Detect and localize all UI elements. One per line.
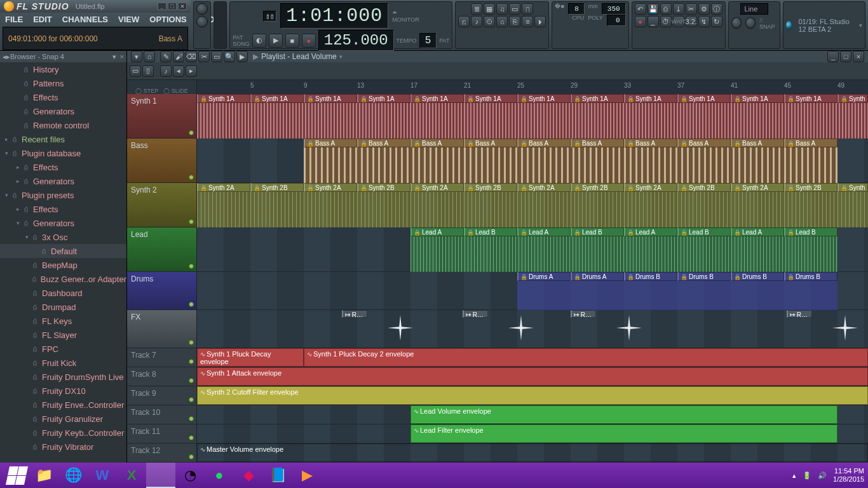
track-lane[interactable]: ∿Master Volume envelope: [197, 444, 868, 462]
rp-export[interactable]: ⤓: [673, 3, 684, 15]
track-header[interactable]: Synth 2: [127, 183, 197, 227]
track-mute-led[interactable]: [189, 264, 194, 269]
tray-up-icon[interactable]: ▴: [792, 471, 796, 480]
clip[interactable]: 🔒Synth 1A: [731, 94, 784, 103]
browser-item[interactable]: ▾⎙Plugin database: [0, 146, 126, 160]
fx-clip[interactable]: ↦ R…: [342, 310, 367, 318]
fx-clip[interactable]: ↦ R…: [787, 310, 812, 318]
clip[interactable]: 🔒Bass A: [731, 139, 784, 147]
track-header[interactable]: Track 12: [127, 444, 197, 462]
clip[interactable]: 🔒Synth 1A: [464, 94, 517, 103]
clip[interactable]: 🔒Synth 1A: [304, 94, 357, 103]
track-mute-led[interactable]: [189, 340, 194, 345]
automation-clip[interactable]: ∿Lead Filter envelope: [410, 424, 837, 443]
taskbar-word-icon[interactable]: W: [88, 463, 117, 488]
clip[interactable]: 🔒Lead B: [464, 227, 517, 236]
taskbar-chrome-icon[interactable]: 🌐: [58, 463, 88, 488]
rp-loop[interactable]: ↻: [711, 16, 722, 27]
track-header[interactable]: Track 7: [127, 348, 197, 367]
clip[interactable]: 🔒Synth 1A: [677, 94, 731, 103]
clip[interactable]: 🔒Drums A: [571, 272, 624, 281]
clip[interactable]: 🔒Synth 1A: [250, 94, 304, 103]
fx-clip[interactable]: ↦ R…: [571, 310, 596, 318]
clip[interactable]: 🔒Synth 1A: [571, 94, 624, 103]
view-pianoroll-button[interactable]: ♫: [496, 3, 508, 15]
stop-button[interactable]: ■: [285, 34, 299, 48]
clip[interactable]: 🔒Synth 1A: [624, 94, 677, 103]
menu-options[interactable]: OPTIONS: [144, 13, 192, 27]
master-pitch-knob[interactable]: [196, 16, 208, 27]
clip[interactable]: 🔒Drums B: [624, 272, 677, 281]
tool-erase-icon[interactable]: ⌫: [186, 51, 197, 62]
sc-btn-2[interactable]: ♪: [471, 16, 482, 27]
track-mute-led[interactable]: [189, 416, 194, 421]
track-mute-led[interactable]: [189, 378, 194, 383]
browser-item[interactable]: ⎙Buzz Gener..or Adapter: [0, 272, 126, 286]
clip[interactable]: 🔒Synth 1A: [410, 94, 464, 103]
sc-btn-7[interactable]: ⏵: [534, 16, 546, 27]
clip[interactable]: 🔒Lead A: [517, 227, 571, 236]
browser-item[interactable]: ⎙Drumpad: [0, 300, 126, 314]
clip[interactable]: 🔒Lead A: [731, 227, 784, 236]
browser-item[interactable]: ⎙Fruit Kick: [0, 356, 126, 370]
record-button[interactable]: ●: [302, 34, 316, 48]
track-header[interactable]: Track 11: [127, 424, 197, 443]
browser-header[interactable]: ◂ ▸ Browser - Snap 4 ▾ ×: [0, 51, 126, 62]
browser-item[interactable]: ▾⎙3x Osc: [0, 230, 126, 244]
start-button[interactable]: [4, 465, 29, 485]
system-tray[interactable]: ▴ 🔋 🔊 11:54 PM 1/28/2015: [792, 467, 864, 484]
sc-btn-6[interactable]: ≡: [522, 16, 533, 27]
automation-clip[interactable]: ∿Synth 2 Cutoff Filter envelope: [197, 386, 868, 405]
clip[interactable]: 🔒Synth 2A: [304, 183, 357, 192]
pl-min-icon[interactable]: _: [827, 51, 839, 62]
track-lane[interactable]: ∿Lead Filter envelope: [197, 424, 868, 443]
track-lane[interactable]: 🔒Bass A🔒Bass A🔒Bass A🔒Bass A🔒Bass A🔒Bass…: [197, 139, 868, 182]
menu-edit[interactable]: EDIT: [28, 13, 57, 27]
tool-cut-icon[interactable]: ✂: [198, 51, 210, 62]
snap-knob-1[interactable]: [731, 17, 742, 29]
rp-metro[interactable]: ⏱: [660, 16, 672, 27]
track-mute-led[interactable]: [189, 302, 194, 307]
playlist-header[interactable]: ▾ ⌂ ✎ 🖌 ⌫ ✂ ▭ 🔍 ▶ ▶ Playlist - Lead Volu…: [127, 51, 868, 62]
track-lane[interactable]: ∿Synth 2 Cutoff Filter envelope: [197, 386, 868, 405]
browser-item[interactable]: ⎙History: [0, 62, 126, 76]
rp-undo[interactable]: ↶: [635, 3, 646, 15]
browser-item[interactable]: ▸⎙Effects: [0, 202, 126, 216]
browser-item[interactable]: ⎙Default: [0, 244, 126, 258]
clip[interactable]: 🔒Drums A: [517, 272, 571, 281]
track-header[interactable]: FX: [127, 310, 197, 348]
view-stepseq-button[interactable]: ▦: [484, 3, 495, 15]
track-lane[interactable]: ↦ R…↦ R…↦ R…↦ R…: [197, 310, 868, 348]
taskbar-spotify-icon[interactable]: ●: [205, 463, 234, 488]
clip[interactable]: 🔒Bass A: [624, 139, 677, 147]
automation-clip[interactable]: ∿Synth 1 Pluck Decay envelope: [197, 348, 304, 367]
automation-clip[interactable]: ∿Synth 1 Pluck Decay 2 envelope: [304, 348, 868, 367]
sc-btn-5[interactable]: ⎘: [509, 16, 520, 27]
clip[interactable]: 🔒Synth 2A: [410, 183, 464, 192]
clip[interactable]: 🔒Lead B: [571, 227, 624, 236]
pl-corner-menu[interactable]: ▾: [131, 51, 142, 62]
browser-item[interactable]: ⎙Fruity Keyb..Controller: [0, 426, 126, 440]
track-mute-led[interactable]: [189, 359, 194, 364]
play-button[interactable]: ▶: [269, 34, 283, 48]
menu-file[interactable]: FILE: [0, 13, 28, 27]
sc-btn-4[interactable]: ⌂: [496, 16, 508, 27]
browser-item[interactable]: ⎙Fruity Granulizer: [0, 412, 126, 426]
windows-taskbar[interactable]: 📁 🌐 W X ◔ ● ◆ 📘 ▶ ▴ 🔋 🔊 11:54 PM 1/28/20…: [0, 463, 868, 488]
snap-knob-2[interactable]: [745, 17, 756, 29]
clip[interactable]: 🔒Synth 1: [837, 94, 868, 103]
rp-render[interactable]: ⎙: [660, 3, 672, 15]
version-panel[interactable]: 01/19: FL Studio 12 BETA 2 ▾: [783, 1, 865, 49]
chevron-down-icon[interactable]: ▾: [112, 53, 116, 61]
rp-rec[interactable]: ●: [635, 16, 646, 27]
tool-paint-icon[interactable]: 🖌: [173, 51, 184, 62]
clip[interactable]: 🔒Synth 2A: [624, 183, 677, 192]
browser-item[interactable]: ⎙Generators: [0, 104, 126, 118]
close-icon[interactable]: ×: [178, 3, 187, 10]
view-browser-button[interactable]: ▭: [509, 3, 520, 15]
clip[interactable]: 🔒Synth 2A: [517, 183, 571, 192]
track-lane[interactable]: 🔒Synth 2A🔒Synth 2B🔒Synth 2A🔒Synth 2B🔒Syn…: [197, 183, 868, 227]
track-lane[interactable]: 🔒Lead A🔒Lead B🔒Lead A🔒Lead B🔒Lead A🔒Lead…: [197, 227, 868, 271]
tray-battery-icon[interactable]: 🔋: [803, 471, 811, 480]
track-lane[interactable]: 🔒Synth 1A🔒Synth 1A🔒Synth 1A🔒Synth 1A🔒Syn…: [197, 94, 868, 138]
